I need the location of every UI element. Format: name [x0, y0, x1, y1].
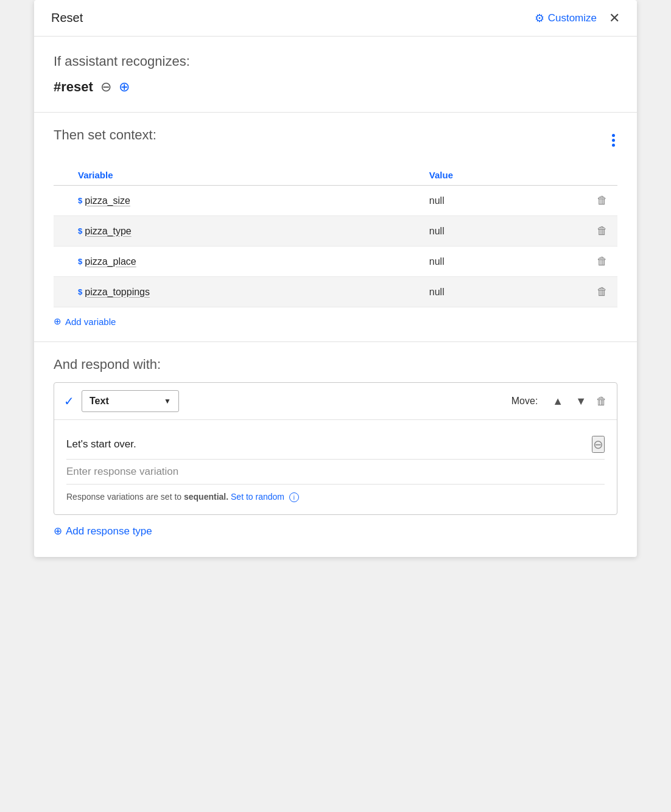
entity-row: #reset ⊖ ⊕: [54, 79, 617, 95]
remove-response-text-button[interactable]: ⊖: [592, 436, 605, 453]
panel-title: Reset: [51, 11, 83, 25]
delete-variable-button[interactable]: 🗑: [597, 194, 608, 207]
add-variable-row: ⊕ Add variable: [54, 316, 617, 327]
response-text-value: Let's start over.: [66, 438, 136, 450]
variable-cell: $ pizza_toppings: [78, 287, 422, 298]
info-icon[interactable]: i: [289, 492, 299, 502]
add-response-type-button[interactable]: ⊕ Add response type: [54, 525, 152, 537]
value-cell[interactable]: null: [429, 216, 543, 247]
respond-section: And respond with: ✓ Text ▼ Move: ▲ ▼ 🗑 L…: [34, 342, 637, 557]
remove-entity-button[interactable]: ⊖: [100, 80, 111, 94]
variable-name[interactable]: pizza_size: [85, 195, 130, 206]
dollar-icon: $: [78, 226, 82, 236]
add-entity-button[interactable]: ⊕: [119, 80, 130, 94]
customize-label: Customize: [548, 12, 597, 24]
response-type-select[interactable]: Text ▼: [82, 390, 179, 412]
header-actions: ⚙ Customize ✕: [535, 12, 620, 25]
header: Reset ⚙ Customize ✕: [34, 0, 637, 37]
delete-variable-button[interactable]: 🗑: [597, 255, 608, 268]
response-footer: Response variations are set to sequentia…: [66, 485, 605, 505]
add-response-label: Add response type: [66, 525, 152, 537]
table-row: $ pizza_place null 🗑: [54, 247, 617, 277]
add-variable-label: Add variable: [65, 317, 116, 327]
customize-button[interactable]: ⚙ Customize: [535, 12, 597, 25]
recognition-label: If assistant recognizes:: [54, 54, 617, 69]
add-variable-plus-icon: ⊕: [54, 316, 61, 327]
col-variable: Variable: [54, 165, 429, 186]
variable-cell: $ pizza_size: [78, 195, 422, 206]
set-to-random-link[interactable]: Set to random: [231, 492, 284, 502]
delete-variable-button[interactable]: 🗑: [597, 285, 608, 298]
move-up-button[interactable]: ▲: [550, 394, 566, 409]
table-row: $ pizza_type null 🗑: [54, 216, 617, 247]
respond-header: And respond with:: [54, 357, 617, 373]
entity-tag: #reset: [54, 79, 93, 95]
close-button[interactable]: ✕: [609, 12, 620, 25]
col-value: Value: [429, 165, 543, 186]
context-section: Then set context: Variable Value $ pizza…: [34, 113, 637, 342]
value-cell[interactable]: null: [429, 247, 543, 277]
response-card-body: Let's start over. ⊖ Enter response varia…: [54, 420, 617, 514]
delete-variable-button[interactable]: 🗑: [597, 225, 608, 237]
delete-response-button[interactable]: 🗑: [596, 395, 607, 408]
response-card-header: ✓ Text ▼ Move: ▲ ▼ 🗑: [54, 383, 617, 420]
more-options-button[interactable]: [610, 131, 617, 149]
add-variable-button[interactable]: ⊕ Add variable: [54, 316, 116, 327]
response-type-label: Text: [90, 396, 159, 407]
response-variation-input[interactable]: Enter response variation: [66, 460, 605, 485]
variable-cell: $ pizza_place: [78, 256, 422, 267]
recognition-section: If assistant recognizes: #reset ⊖ ⊕: [34, 37, 637, 113]
footer-text-before: Response variations are set to: [66, 492, 184, 502]
value-cell[interactable]: null: [429, 186, 543, 216]
variable-name[interactable]: pizza_place: [85, 256, 136, 267]
table-row: $ pizza_toppings null 🗑: [54, 277, 617, 307]
response-card: ✓ Text ▼ Move: ▲ ▼ 🗑 Let's start over. ⊖…: [54, 382, 617, 515]
variable-cell: $ pizza_type: [78, 226, 422, 237]
variable-name[interactable]: pizza_type: [85, 226, 132, 237]
dollar-icon: $: [78, 287, 82, 296]
select-arrow-icon: ▼: [164, 397, 171, 405]
add-response-plus-icon: ⊕: [54, 525, 62, 537]
table-row: $ pizza_size null 🗑: [54, 186, 617, 216]
context-table: Variable Value $ pizza_size null 🗑 $: [54, 165, 617, 307]
main-panel: Reset ⚙ Customize ✕ If assistant recogni…: [34, 0, 637, 557]
footer-bold: sequential.: [184, 492, 228, 502]
gear-icon: ⚙: [535, 12, 544, 25]
context-label: Then set context:: [54, 127, 156, 143]
move-down-button[interactable]: ▼: [573, 394, 589, 409]
context-header: Then set context:: [54, 127, 617, 153]
variable-name[interactable]: pizza_toppings: [85, 287, 150, 298]
dollar-icon: $: [78, 196, 82, 205]
response-text-row: Let's start over. ⊖: [66, 430, 605, 460]
move-label: Move:: [511, 396, 538, 407]
dollar-icon: $: [78, 257, 82, 266]
value-cell[interactable]: null: [429, 277, 543, 307]
collapse-button[interactable]: ✓: [64, 394, 74, 408]
